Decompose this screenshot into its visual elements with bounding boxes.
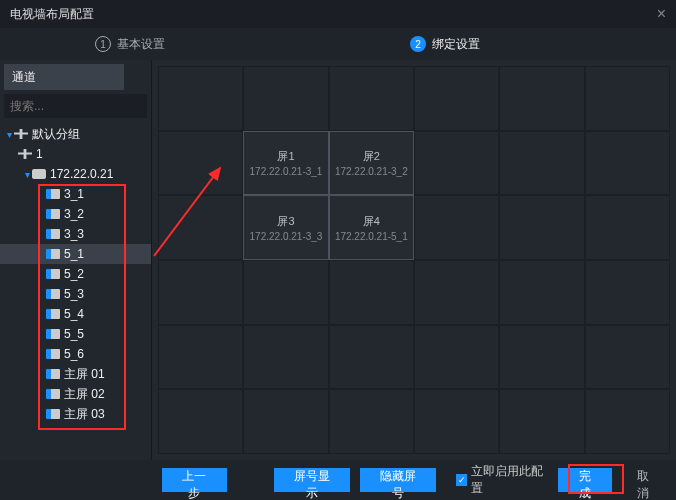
step-basic[interactable]: 1 基本设置 [95,36,165,53]
grid-cell[interactable] [243,260,328,325]
channel-icon [46,249,60,259]
tree-label: 5_6 [64,347,84,361]
tree-label: 3_1 [64,187,84,201]
grid-cell[interactable] [243,389,328,454]
grid-cell[interactable] [243,325,328,390]
grid-cell[interactable] [158,260,243,325]
tree-label: 1 [36,147,43,161]
tree-label: 主屏 02 [64,386,105,403]
screen-binding: 172.22.0.21-3_2 [335,166,408,177]
grid-cell[interactable] [414,325,499,390]
tree-label: 主屏 03 [64,406,105,423]
channel-icon [46,189,60,199]
screen-tile[interactable]: 屏3172.22.0.21-3_3 [243,195,328,260]
channel-icon [46,329,60,339]
grid-cell[interactable] [158,66,243,131]
tree-channel[interactable]: 5_2 [0,264,151,284]
screen-binding: 172.22.0.21-3_3 [250,231,323,242]
tree-subgroup[interactable]: 1 [0,144,151,164]
grid-cell[interactable] [585,131,670,196]
screen-title: 屏3 [277,214,294,229]
search-wrap: 🔍 [4,94,147,118]
tree-root[interactable]: ▾ 默认分组 [0,124,151,144]
grid-cell[interactable] [414,131,499,196]
tree-channel[interactable]: 5_1 [0,244,151,264]
screen-title: 屏2 [363,149,380,164]
grid-cell[interactable] [499,131,584,196]
footer: 上一步 屏号显示 隐藏屏号 ✓ 立即启用此配置 完成 取消 [0,460,676,500]
tree-channel[interactable]: 3_1 [0,184,151,204]
grid-cell[interactable] [414,195,499,260]
grid-cell[interactable] [414,389,499,454]
step-number-icon: 2 [410,36,426,52]
grid-cell[interactable] [158,131,243,196]
tree-label: 5_4 [64,307,84,321]
apply-now-checkbox[interactable]: ✓ 立即启用此配置 [456,463,548,497]
hide-number-button[interactable]: 隐藏屏号 [360,468,436,492]
grid-cell[interactable] [585,195,670,260]
channel-icon [46,349,60,359]
screen-tile[interactable]: 屏4172.22.0.21-5_1 [329,195,414,260]
close-icon[interactable]: × [657,5,666,23]
tree-channel[interactable]: 3_3 [0,224,151,244]
prev-button[interactable]: 上一步 [162,468,227,492]
caret-down-icon[interactable]: ▾ [22,169,32,180]
tree-channel[interactable]: 3_2 [0,204,151,224]
screen-binding: 172.22.0.21-3_1 [250,166,323,177]
channel-icon [46,269,60,279]
tree-label: 3_3 [64,227,84,241]
tree-label: 5_3 [64,287,84,301]
grid-cell[interactable] [585,389,670,454]
screen-tile[interactable]: 屏2172.22.0.21-3_2 [329,131,414,196]
grid-area: 屏1172.22.0.21-3_1屏2172.22.0.21-3_2屏3172.… [152,60,676,460]
grid-cell[interactable] [243,66,328,131]
finish-button[interactable]: 完成 [558,468,612,492]
grid-cell[interactable] [499,325,584,390]
layout-grid[interactable] [158,66,670,454]
step-bind[interactable]: 2 绑定设置 [410,36,480,53]
tree-device[interactable]: ▾ 172.22.0.21 [0,164,151,184]
screen-title: 屏4 [363,214,380,229]
grid-cell[interactable] [158,389,243,454]
sidebar: 通道 🔍 ▾ 默认分组 1 ▾ 172.22.0.21 [0,60,152,460]
tree-channel[interactable]: 5_5 [0,324,151,344]
tree-channel[interactable]: 主屏 03 [0,404,151,424]
window-title: 电视墙布局配置 [10,6,657,23]
tree-channel[interactable]: 主屏 02 [0,384,151,404]
grid-cell[interactable] [329,389,414,454]
grid-cell[interactable] [585,66,670,131]
tree-channel[interactable]: 主屏 01 [0,364,151,384]
grid-cell[interactable] [158,325,243,390]
group-icon [14,129,28,139]
caret-down-icon[interactable]: ▾ [4,129,14,140]
channel-icon [46,289,60,299]
tree-label: 5_1 [64,247,84,261]
checkbox-label: 立即启用此配置 [471,463,548,497]
grid-cell[interactable] [499,389,584,454]
screen-tile[interactable]: 屏1172.22.0.21-3_1 [243,131,328,196]
titlebar: 电视墙布局配置 × [0,0,676,28]
grid-cell[interactable] [499,195,584,260]
grid-cell[interactable] [499,66,584,131]
grid-cell[interactable] [414,260,499,325]
tab-channel[interactable]: 通道 [4,64,124,90]
grid-cell[interactable] [499,260,584,325]
cancel-button[interactable]: 取消 [622,468,664,492]
show-number-button[interactable]: 屏号显示 [274,468,350,492]
tree-channel[interactable]: 5_6 [0,344,151,364]
channel-tree: ▾ 默认分组 1 ▾ 172.22.0.21 3_13_23_35_15_25_… [0,124,151,460]
grid-cell[interactable] [585,325,670,390]
grid-cell[interactable] [329,260,414,325]
grid-cell[interactable] [585,260,670,325]
channel-icon [46,409,60,419]
search-input[interactable] [4,99,166,113]
tree-channel[interactable]: 5_4 [0,304,151,324]
grid-cell[interactable] [414,66,499,131]
channel-icon [46,209,60,219]
grid-cell[interactable] [329,325,414,390]
tree-channel[interactable]: 5_3 [0,284,151,304]
grid-cell[interactable] [329,66,414,131]
grid-cell[interactable] [158,195,243,260]
step-bar: 1 基本设置 2 绑定设置 [0,28,676,60]
screen-binding: 172.22.0.21-5_1 [335,231,408,242]
